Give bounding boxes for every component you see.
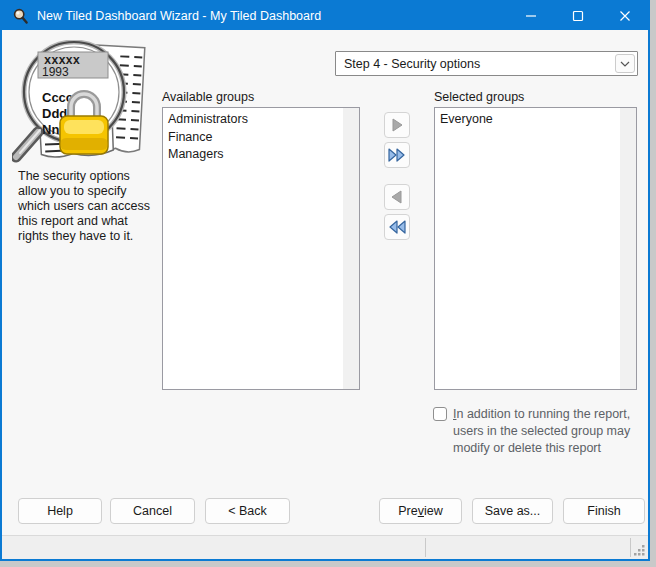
step-description: The security options allow you to specif… bbox=[18, 169, 154, 244]
selected-group-item[interactable]: Everyone bbox=[435, 111, 620, 129]
finish-button[interactable]: Finish bbox=[563, 498, 645, 524]
step-selector-dropdown[interactable]: Step 4 - Security options bbox=[335, 51, 638, 76]
selected-groups-label: Selected groups bbox=[434, 90, 524, 104]
close-button[interactable] bbox=[601, 2, 648, 30]
move-right-button[interactable] bbox=[384, 112, 410, 138]
scrollbar[interactable] bbox=[620, 108, 636, 389]
security-wizard-illustration: xxxxx 1993 Cccc: Ddd: Nnnn bbox=[12, 40, 150, 167]
status-bar-divider bbox=[425, 538, 426, 557]
titlebar[interactable]: New Tiled Dashboard Wizard - My Tiled Da… bbox=[2, 2, 648, 30]
selected-groups-listbox[interactable]: Everyone bbox=[434, 107, 637, 390]
available-group-item[interactable]: Administrators bbox=[163, 111, 343, 129]
resize-grip[interactable] bbox=[633, 544, 646, 557]
move-left-button[interactable] bbox=[384, 184, 410, 210]
modify-rights-label[interactable]: In addition to running the report, users… bbox=[453, 406, 649, 457]
wizard-dialog-window: New Tiled Dashboard Wizard - My Tiled Da… bbox=[0, 0, 650, 561]
window-controls bbox=[507, 2, 648, 30]
chevron-down-icon[interactable] bbox=[615, 54, 635, 73]
status-bar-divider bbox=[630, 538, 631, 557]
selected-groups-items: Everyone bbox=[435, 111, 620, 129]
available-group-item[interactable]: Managers bbox=[163, 146, 343, 164]
back-button[interactable]: < Back bbox=[205, 498, 290, 524]
available-groups-items: AdministratorsFinanceManagers bbox=[163, 111, 343, 164]
window-title: New Tiled Dashboard Wizard - My Tiled Da… bbox=[37, 9, 321, 23]
icon-text-1993: 1993 bbox=[42, 65, 69, 79]
available-group-item[interactable]: Finance bbox=[163, 129, 343, 147]
magnifier-app-icon bbox=[12, 8, 29, 25]
available-groups-listbox[interactable]: AdministratorsFinanceManagers bbox=[162, 107, 360, 390]
cancel-button[interactable]: Cancel bbox=[110, 498, 195, 524]
preview-button[interactable]: Preview bbox=[379, 498, 462, 524]
minimize-button[interactable] bbox=[507, 2, 554, 30]
scrollbar[interactable] bbox=[343, 108, 359, 389]
move-all-right-button[interactable] bbox=[384, 142, 410, 168]
modify-rights-checkbox[interactable] bbox=[433, 407, 447, 421]
status-bar bbox=[2, 535, 648, 559]
available-groups-label: Available groups bbox=[162, 90, 254, 104]
step-selector-value: Step 4 - Security options bbox=[336, 57, 615, 71]
maximize-button[interactable] bbox=[554, 2, 601, 30]
move-all-left-button[interactable] bbox=[384, 214, 410, 240]
save-as-button[interactable]: Save as... bbox=[472, 498, 553, 524]
help-button[interactable]: Help bbox=[18, 498, 102, 524]
